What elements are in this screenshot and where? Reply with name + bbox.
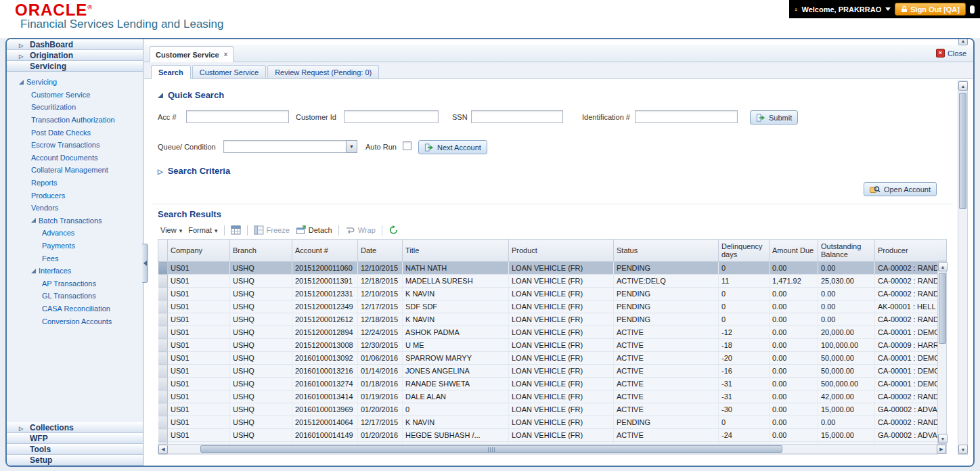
table-scroll-down-button[interactable]	[938, 434, 948, 443]
column-header-product[interactable]: Product	[509, 240, 614, 262]
row-handle[interactable]	[158, 326, 168, 339]
export-button[interactable]	[231, 225, 241, 235]
table-row[interactable]: US01USHQ2015120001289412/24/2015ASHOK PA…	[158, 326, 938, 339]
next-account-button[interactable]: Next Account	[418, 140, 487, 154]
expanded-node-icon[interactable]	[19, 80, 24, 85]
scroll-top-button[interactable]	[958, 38, 968, 45]
column-header-date[interactable]: Date	[358, 240, 403, 262]
sidebar-item-advances[interactable]: Advances	[7, 227, 143, 240]
sidebar-item-ap-transactions[interactable]: AP Transactions	[7, 277, 143, 290]
quick-search-header[interactable]: Quick Search	[158, 90, 224, 100]
column-header-status[interactable]: Status	[614, 240, 719, 262]
sidebar-item-transaction-authorization[interactable]: Transaction Authorization	[7, 114, 143, 127]
table-row[interactable]: US01USHQ2015120001139112/18/2015MADELLA …	[158, 275, 938, 288]
ssn-input[interactable]	[471, 110, 563, 123]
table-row[interactable]: US01USHQ2015120001106012/10/2015NATH NAT…	[158, 262, 938, 275]
format-menu-button[interactable]: Format	[188, 226, 217, 234]
sidebar-item-payments[interactable]: Payments	[7, 240, 143, 252]
column-header-outstanding_balance[interactable]: Outstanding Balance	[818, 240, 875, 262]
queue-condition-input[interactable]	[223, 140, 346, 153]
main-scroll-up-button[interactable]	[958, 81, 968, 91]
table-row[interactable]: US01USHQ2015120001261212/18/2015K NAVINL…	[158, 313, 938, 326]
row-handle[interactable]	[158, 365, 168, 378]
row-handle[interactable]	[158, 300, 168, 313]
row-handle[interactable]	[158, 403, 168, 416]
auto-run-checkbox[interactable]	[403, 141, 411, 150]
table-scroll-up-button[interactable]	[938, 262, 948, 271]
sidebar-item-vendors[interactable]: Vendors	[7, 202, 143, 215]
view-menu-button[interactable]: View	[160, 226, 182, 234]
sidebar-item-fees[interactable]: Fees	[7, 252, 143, 265]
sidebar-section-dashboard[interactable]: DashBoard	[7, 39, 143, 50]
row-handle[interactable]	[158, 416, 168, 429]
tab-customer-service[interactable]: Customer Service	[192, 65, 266, 78]
status-pill[interactable]	[970, 5, 975, 14]
sign-out-button[interactable]: Sign Out [QA]	[895, 3, 966, 16]
sidebar-section-setup[interactable]: Setup	[7, 455, 143, 466]
main-scroll-down-button[interactable]	[958, 445, 968, 454]
table-row[interactable]: US01USHQ2016010001341401/19/2016DALE ALA…	[158, 390, 938, 403]
table-vertical-scrollbar[interactable]	[937, 261, 947, 444]
open-account-button[interactable]: Open Account	[864, 182, 937, 196]
sidebar-item-securitization[interactable]: Securitization	[7, 101, 143, 114]
table-row[interactable]: US01USHQ2015120001300812/30/2015U MELOAN…	[158, 339, 938, 352]
refresh-button[interactable]	[388, 225, 399, 235]
row-handle[interactable]	[158, 339, 168, 352]
sidebar-item-interfaces[interactable]: Interfaces	[7, 265, 143, 277]
acc-number-input[interactable]	[186, 110, 289, 123]
tab-review-request-pending-0[interactable]: Review Request (Pending: 0)	[267, 65, 379, 78]
table-hscroll-thumb[interactable]	[200, 445, 782, 453]
sidebar-item-casa-reconciliation[interactable]: CASA Reconciliation	[7, 302, 143, 315]
column-header-account[interactable]: Account #	[292, 240, 358, 262]
tab-close-icon[interactable]	[224, 51, 228, 58]
column-header-amount_due[interactable]: Amount Due	[770, 240, 818, 262]
sidebar-section-collections[interactable]: Collections	[7, 422, 143, 433]
table-row[interactable]: US01USHQ2015120001234912/17/2015SDF SDFL…	[158, 300, 938, 313]
sidebar-item-customer-service[interactable]: Customer Service	[7, 89, 143, 102]
column-header-branch[interactable]: Branch	[230, 240, 292, 262]
close-control[interactable]: Close	[936, 49, 966, 58]
main-scrollbar[interactable]	[958, 81, 968, 455]
table-scroll-right-button[interactable]	[937, 445, 946, 454]
row-handle[interactable]	[158, 378, 168, 390]
table-row[interactable]: US01USHQ2016010001414901/20/2016HEGDE SU…	[158, 429, 938, 442]
column-header-producer[interactable]: Producer	[875, 240, 938, 262]
user-menu-caret-icon[interactable]	[885, 7, 891, 11]
freeze-button[interactable]: Freeze	[254, 225, 290, 235]
sidebar-item-escrow-transactions[interactable]: Escrow Transactions	[7, 139, 143, 152]
row-handle[interactable]	[158, 275, 168, 288]
tab-customer-service-document[interactable]: Customer Service	[150, 46, 233, 62]
column-header-company[interactable]: Company	[168, 240, 230, 262]
table-row[interactable]: US01USHQ2015120001406412/17/2015K NAVINL…	[158, 416, 938, 429]
row-handle[interactable]	[158, 288, 168, 300]
search-criteria-header[interactable]: Search Criteria	[158, 166, 230, 176]
row-handle[interactable]	[158, 262, 168, 275]
wrap-button[interactable]: Wrap	[345, 226, 376, 235]
expanded-node-icon[interactable]	[31, 218, 36, 223]
sidebar-item-reports[interactable]: Reports	[7, 177, 143, 189]
table-row[interactable]: US01USHQ2016010001396901/20/20160LOAN VE…	[158, 403, 938, 416]
detach-button[interactable]: Detach	[296, 225, 332, 235]
submit-button[interactable]: Submit	[750, 110, 798, 125]
sidebar-item-post-date-checks[interactable]: Post Date Checks	[7, 126, 143, 139]
sidebar-section-origination[interactable]: Origination	[7, 50, 143, 61]
row-handle[interactable]	[158, 429, 168, 442]
table-row[interactable]: US01USHQ2016010001309201/06/2016SPARROW …	[158, 352, 938, 365]
dropdown-button[interactable]	[346, 140, 357, 153]
tab-search[interactable]: Search	[151, 65, 191, 79]
customer-id-input[interactable]	[344, 110, 439, 123]
sidebar-collapse-handle[interactable]	[142, 244, 148, 283]
table-horizontal-scrollbar[interactable]	[158, 444, 947, 454]
sidebar-item-gl-transactions[interactable]: GL Transactions	[7, 290, 143, 302]
table-scroll-thumb[interactable]	[939, 273, 946, 344]
table-row[interactable]: US01USHQ2015120001233112/10/2015K NAVINL…	[158, 288, 938, 300]
sidebar-item-collateral-management[interactable]: Collateral Management	[7, 164, 143, 177]
sidebar-item-account-documents[interactable]: Account Documents	[7, 152, 143, 164]
sidebar-section-servicing[interactable]: Servicing	[7, 61, 143, 72]
expanded-node-icon[interactable]	[31, 269, 36, 273]
sidebar-item-producers[interactable]: Producers	[7, 189, 143, 202]
sidebar-section-tools[interactable]: Tools	[7, 444, 143, 455]
sidebar-item-conversion-accounts[interactable]: Conversion Accounts	[7, 315, 143, 328]
table-row[interactable]: US01USHQ2016010001321601/14/2016JONES AN…	[158, 365, 938, 378]
row-handle[interactable]	[158, 313, 168, 326]
